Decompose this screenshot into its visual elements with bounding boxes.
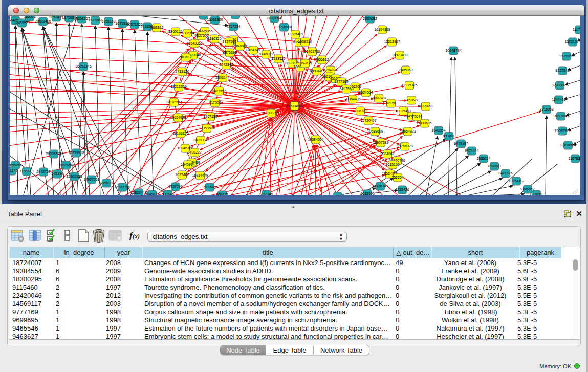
- svg-text:18724007: 18724007: [286, 104, 304, 108]
- svg-text:13325419: 13325419: [287, 32, 303, 36]
- svg-text:160338: 160338: [198, 16, 209, 17]
- svg-text:3267130: 3267130: [203, 115, 217, 118]
- svg-text:9899695: 9899695: [418, 121, 431, 125]
- svg-text:893891: 893891: [443, 134, 454, 138]
- svg-text:2942757: 2942757: [36, 170, 50, 173]
- svg-text:17957255: 17957255: [83, 178, 99, 181]
- svg-text:6966160: 6966160: [101, 19, 115, 23]
- svg-text:1009210: 1009210: [298, 40, 312, 43]
- svg-text:989612: 989612: [180, 55, 191, 59]
- svg-text:873051: 873051: [530, 192, 542, 195]
- svg-text:9146821: 9146821: [259, 52, 273, 56]
- svg-text:20364436: 20364436: [344, 97, 360, 101]
- svg-text:6794024: 6794024: [323, 68, 337, 72]
- svg-text:1615132: 1615132: [385, 163, 399, 166]
- svg-text:12353594: 12353594: [199, 126, 214, 130]
- svg-text:8454749: 8454749: [246, 48, 260, 52]
- svg-text:10107552: 10107552: [166, 100, 182, 104]
- svg-text:12905135: 12905135: [66, 174, 82, 178]
- svg-text:8912954: 8912954: [180, 31, 194, 35]
- svg-text:9457791: 9457791: [168, 185, 182, 188]
- svg-text:20691406: 20691406: [35, 19, 51, 23]
- svg-text:1540994: 1540994: [181, 163, 194, 166]
- svg-text:14136141: 14136141: [372, 184, 388, 188]
- svg-text:10958107: 10958107: [98, 181, 114, 185]
- svg-text:9245652: 9245652: [520, 187, 534, 191]
- svg-text:8471676: 8471676: [498, 171, 512, 175]
- svg-text:16154808: 16154808: [374, 28, 390, 31]
- svg-text:12405571: 12405571: [14, 21, 30, 25]
- svg-text:165071: 165071: [24, 16, 35, 18]
- svg-text:252254: 252254: [391, 176, 403, 179]
- svg-text:145194: 145194: [51, 172, 63, 176]
- svg-text:75644: 75644: [412, 115, 422, 118]
- svg-text:1156819: 1156819: [20, 169, 34, 173]
- svg-text:10648784: 10648784: [445, 49, 461, 52]
- svg-text:1588520: 1588520: [271, 57, 285, 60]
- svg-text:1640954: 1640954: [431, 128, 445, 132]
- svg-text:9529966: 9529966: [559, 54, 573, 58]
- svg-text:19166825: 19166825: [172, 132, 188, 135]
- svg-text:12213967: 12213967: [384, 40, 400, 43]
- svg-text:(x): (x): [133, 233, 140, 240]
- svg-text:1527602: 1527602: [88, 18, 102, 22]
- svg-text:7632621: 7632621: [487, 164, 501, 168]
- svg-text:12093822: 12093822: [552, 83, 568, 87]
- svg-text:19654923: 19654923: [400, 129, 416, 133]
- svg-text:6479197: 6479197: [454, 142, 468, 145]
- svg-text:10961758: 10961758: [304, 50, 320, 53]
- svg-text:2803144: 2803144: [215, 76, 229, 79]
- svg-text:17359918: 17359918: [68, 151, 84, 155]
- svg-text:7857224: 7857224: [226, 25, 240, 28]
- svg-text:165051: 165051: [10, 163, 21, 167]
- svg-text:1092345: 1092345: [259, 192, 273, 195]
- svg-text:18807289: 18807289: [373, 141, 388, 144]
- svg-text:2087682: 2087682: [363, 17, 377, 20]
- svg-text:6612005: 6612005: [360, 192, 374, 195]
- svg-text:771235: 771235: [332, 194, 343, 195]
- svg-text:9463627: 9463627: [404, 98, 418, 102]
- svg-text:12975125: 12975125: [401, 83, 417, 87]
- svg-text:16033809: 16033809: [207, 18, 223, 21]
- svg-text:9227342: 9227342: [555, 69, 569, 72]
- svg-text:8427552: 8427552: [212, 89, 226, 93]
- svg-text:19756928: 19756928: [397, 144, 412, 148]
- svg-text:8990443: 8990443: [310, 69, 323, 73]
- svg-text:9115460: 9115460: [419, 104, 433, 108]
- svg-text:9884067: 9884067: [380, 152, 394, 156]
- svg-text:1167531: 1167531: [569, 157, 580, 160]
- svg-text:62160: 62160: [386, 101, 396, 105]
- svg-text:9852419: 9852419: [49, 16, 63, 19]
- svg-text:2935114: 2935114: [477, 157, 491, 160]
- svg-text:9327505: 9327505: [194, 34, 208, 37]
- svg-text:6497568: 6497568: [339, 87, 353, 91]
- svg-text:19654923: 19654923: [170, 116, 186, 119]
- svg-text:8813054: 8813054: [267, 16, 281, 20]
- svg-text:3498222: 3498222: [187, 150, 201, 154]
- svg-text:3624554: 3624554: [359, 91, 373, 94]
- svg-text:7485063: 7485063: [399, 68, 412, 72]
- svg-text:10807487: 10807487: [371, 96, 386, 100]
- svg-text:16543362: 16543362: [186, 41, 202, 45]
- svg-text:26053346: 26053346: [75, 64, 91, 68]
- svg-text:10653267: 10653267: [74, 17, 90, 20]
- svg-text:10973493: 10973493: [391, 53, 407, 57]
- svg-text:7625402: 7625402: [175, 173, 189, 177]
- svg-text:16914479: 16914479: [192, 173, 208, 177]
- svg-text:909412: 909412: [216, 193, 228, 195]
- svg-text:19384554: 19384554: [308, 138, 323, 141]
- svg-text:8878334: 8878334: [193, 138, 207, 142]
- svg-text:15692971: 15692971: [554, 129, 570, 133]
- svg-text:9474444: 9474444: [465, 149, 478, 152]
- svg-text:2718126: 2718126: [175, 70, 189, 73]
- svg-text:946821: 946821: [229, 16, 241, 16]
- svg-text:10654112: 10654112: [509, 179, 525, 183]
- svg-text:7663822: 7663822: [149, 26, 163, 29]
- svg-text:832748: 832748: [162, 192, 173, 195]
- svg-text:9327508: 9327508: [222, 40, 236, 43]
- svg-text:7955812: 7955812: [315, 58, 329, 61]
- svg-text:19218506: 19218506: [276, 25, 292, 29]
- svg-text:8186325: 8186325: [207, 37, 221, 40]
- svg-text:1733426: 1733426: [395, 188, 409, 191]
- svg-text:9242848: 9242848: [219, 63, 233, 67]
